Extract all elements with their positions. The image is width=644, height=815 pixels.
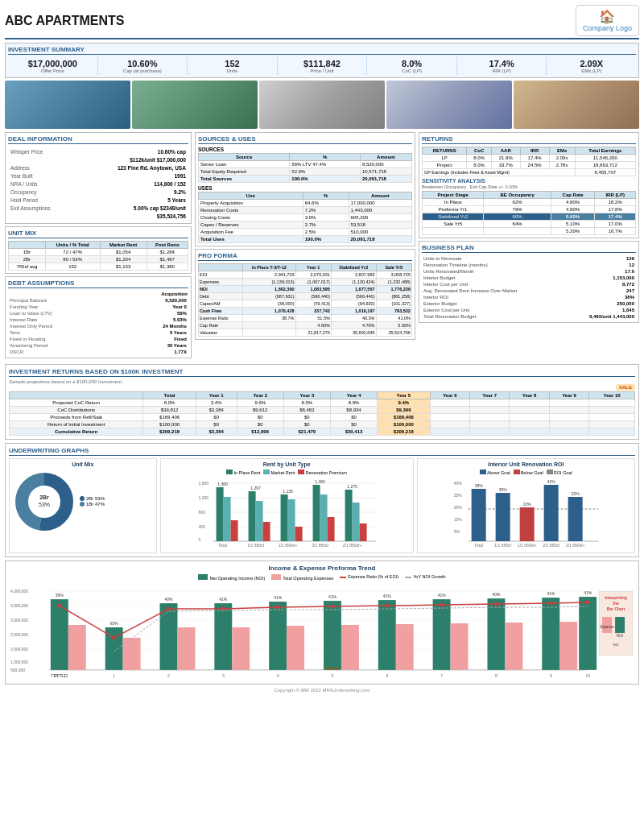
svg-text:Bar Chart: Bar Chart: [607, 606, 625, 611]
svg-rect-15: [223, 497, 230, 541]
svg-text:the: the: [613, 601, 619, 606]
company-logo: 🏠 Company Logo: [576, 5, 639, 36]
svg-rect-87: [232, 627, 250, 670]
table-row: Return of Initial Investment$100,000$0$0…: [10, 421, 635, 428]
svg-text:2: 2: [167, 673, 170, 678]
debt-assumptions-table: Acquisition Principal Balance9,520,000 F…: [8, 291, 188, 355]
table-row: Avg. Renovated Rent Increase Over Market…: [422, 288, 636, 294]
legend-item-1br: 1Br 47%: [80, 502, 105, 507]
svg-text:42%: 42%: [547, 479, 555, 484]
table-row: Amortizing Period30 Years: [8, 342, 188, 349]
table-row: Acquisition Fee2.5%510,000: [198, 229, 411, 236]
svg-text:1/1 650sf: 1/1 650sf: [494, 543, 511, 548]
roi-bar-chart: 40% 35% 25% 15% 5% 38% Total 35% 1/1 650…: [420, 477, 632, 549]
svg-point-124: [385, 604, 389, 608]
svg-rect-103: [433, 599, 451, 670]
table-row: Units to Renovate136: [422, 255, 636, 262]
uses-table: Use % Amount Property Acquisition84.6%17…: [198, 192, 412, 243]
svg-rect-95: [341, 625, 359, 670]
svg-point-128: [586, 601, 590, 605]
svg-rect-24: [280, 494, 287, 541]
table-row: Units Renovated/Month17.0: [422, 268, 636, 275]
svg-text:5: 5: [332, 673, 334, 678]
svg-text:41%: 41%: [328, 594, 337, 599]
table-row: Interior ROI38%: [422, 294, 636, 300]
sensitivity-title: SENSITIVITY ANALYSIS: [422, 178, 636, 184]
unit-mix-title: UNIT MIX: [8, 230, 188, 238]
svg-rect-21: [262, 522, 270, 541]
svg-rect-111: [542, 598, 559, 670]
table-row: Cap Rate4.60%4.70%5.00%: [198, 322, 411, 329]
svg-text:5%: 5%: [453, 529, 460, 534]
svg-rect-115: [579, 597, 597, 670]
svg-text:41%: 41%: [438, 593, 447, 598]
investment-returns-table: Total Year 1 Year 2 Year 3 Year 4 Year 5…: [9, 391, 635, 436]
svg-rect-16: [230, 520, 237, 541]
svg-text:4: 4: [277, 673, 279, 678]
svg-point-127: [549, 602, 553, 606]
unit-mix-legend: 2Br 53% 1Br 47%: [80, 496, 105, 507]
proforma-legend: Net Operating Income (NOI) Total Operati…: [9, 574, 635, 581]
table-row: Total Uses100.0%20,091,718: [198, 236, 411, 243]
table-row: Sale Yr564%5.10%17.0%: [422, 221, 635, 228]
business-plan-section: BUSINESS PLAN Units to Renovate136 Renov…: [419, 241, 639, 323]
pro-forma-title: PRO FORMA: [198, 252, 412, 261]
svg-text:1/1 650sf: 1/1 650sf: [247, 543, 264, 548]
table-row: Cash Flow1,076,428337,7421,016,197793,53…: [198, 308, 411, 315]
svg-text:1/1 650sf+: 1/1 650sf+: [518, 543, 537, 548]
table-row: LP8.0%21.9%17.4%2.09x11,546,200: [422, 155, 635, 162]
rent-by-unit-graph: Rent by Unit Type In Place Rent Market R…: [160, 458, 414, 553]
table-row: Interest Rate5.93%: [8, 316, 188, 323]
svg-text:2,000,000: 2,000,000: [10, 647, 28, 652]
metric-offer-price: $17,000,000 Offer Price: [8, 57, 98, 75]
svg-text:35%: 35%: [453, 493, 462, 498]
svg-rect-26: [295, 527, 302, 541]
roi-legend: Above Goal Below Goal ROI Goal: [420, 470, 632, 475]
svg-text:2/1 850sf+: 2/1 850sf+: [342, 543, 361, 548]
svg-text:38%: 38%: [474, 483, 483, 488]
svg-point-118: [57, 604, 61, 608]
business-plan-table: Units to Renovate136 Renovation Timeline…: [422, 255, 636, 320]
svg-text:40%: 40%: [492, 592, 501, 597]
svg-rect-79: [123, 638, 141, 670]
svg-text:T3/T T-12: T3/T T-12: [51, 673, 68, 678]
svg-rect-58: [568, 497, 582, 541]
svg-text:3: 3: [222, 673, 225, 678]
svg-text:1,200: 1,200: [198, 495, 208, 500]
svg-point-119: [112, 635, 116, 639]
investment-returns-section: INVESTMENT RETURNS BASED ON $100K INVEST…: [5, 364, 639, 440]
underwriting-graphs-title: UNDERWRITING GRAPHS: [9, 447, 635, 456]
unit-mix-table: Units / % Total Market Rent Post Reno 1B…: [8, 241, 188, 271]
svg-rect-82: [160, 603, 178, 670]
svg-rect-91: [287, 626, 304, 670]
svg-rect-52: [519, 507, 534, 541]
table-row: Closing Costs3.0%605,200: [198, 214, 411, 221]
renovation-roi-graph: Interior Unit Renovation ROI Above Goal …: [417, 458, 635, 553]
graphs-row: Unit Mix 2Br 53% 2Br 53%: [9, 458, 635, 553]
svg-text:EGI: EGI: [613, 643, 619, 647]
svg-text:6: 6: [386, 673, 388, 678]
svg-rect-86: [214, 603, 232, 670]
svg-rect-104: [451, 623, 469, 670]
svg-text:Total: Total: [218, 543, 227, 548]
svg-text:15%: 15%: [453, 517, 462, 522]
svg-rect-29: [312, 485, 320, 541]
svg-text:1,484: 1,484: [315, 479, 325, 484]
deal-information: DEAL INFORMATION Whisper Price10.60% cap…: [5, 132, 192, 224]
table-row: Loan to Value (LTV)56%: [8, 310, 188, 316]
debt-assumptions-title: DEBT ASSUMPTIONS: [8, 279, 188, 288]
table-row: Proceeds from Refi/Sale$169,406$0$0$0$0$…: [10, 414, 635, 421]
table-row: Project8.0%33.7%24.5%2.78x18,863,712: [422, 162, 635, 169]
svg-text:35%: 35%: [498, 487, 507, 492]
svg-text:2/1 850sf: 2/1 850sf: [312, 543, 328, 548]
table-row: 1Br 72 / 47% $1,054 $1,284: [9, 249, 188, 256]
renovation-roi-title: Interior Unit Renovation ROI: [420, 461, 632, 467]
unit-mix-graph: Unit Mix 2Br 53% 2Br 53%: [9, 458, 157, 553]
svg-rect-100: [396, 624, 414, 670]
svg-text:41%: 41%: [219, 597, 228, 602]
svg-text:3,000,000: 3,000,000: [10, 618, 28, 623]
svg-text:Interpreting: Interpreting: [605, 595, 627, 600]
svg-text:1,360: 1,360: [217, 482, 228, 486]
svg-text:40%: 40%: [165, 597, 174, 602]
svg-text:41%: 41%: [584, 590, 592, 595]
